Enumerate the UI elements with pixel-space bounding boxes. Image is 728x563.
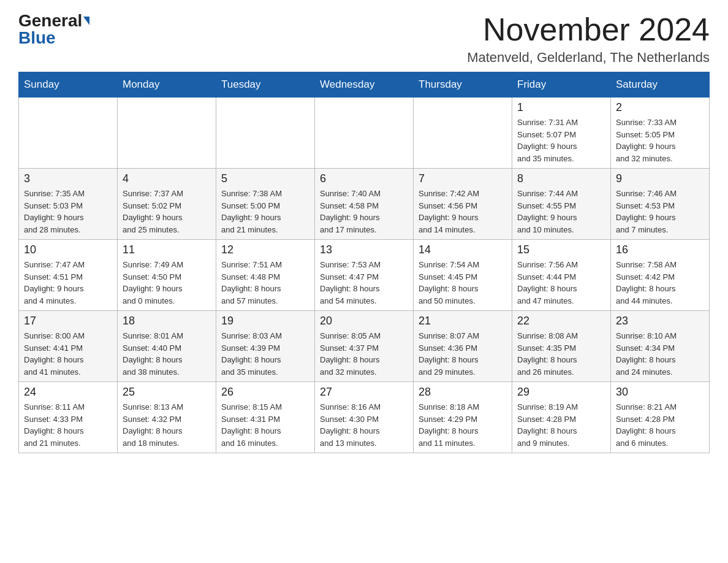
- logo-general: General: [18, 12, 82, 29]
- calendar-header-tuesday: Tuesday: [216, 72, 315, 98]
- calendar-header-sunday: Sunday: [19, 72, 118, 98]
- day-number: 14: [419, 243, 507, 256]
- calendar-week-row: 24Sunrise: 8:11 AMSunset: 4:33 PMDayligh…: [19, 382, 710, 453]
- day-info: Sunrise: 8:07 AMSunset: 4:36 PMDaylight:…: [419, 330, 507, 378]
- calendar-cell: 24Sunrise: 8:11 AMSunset: 4:33 PMDayligh…: [19, 382, 118, 453]
- calendar-week-row: 1Sunrise: 7:31 AMSunset: 5:07 PMDaylight…: [19, 98, 710, 169]
- calendar-header-thursday: Thursday: [414, 72, 512, 98]
- calendar-cell: 21Sunrise: 8:07 AMSunset: 4:36 PMDayligh…: [414, 311, 512, 382]
- day-number: 29: [517, 386, 605, 399]
- day-info: Sunrise: 7:54 AMSunset: 4:45 PMDaylight:…: [419, 259, 507, 307]
- location-title: Matenveld, Gelderland, The Netherlands: [467, 50, 710, 66]
- day-info: Sunrise: 7:53 AMSunset: 4:47 PMDaylight:…: [320, 259, 408, 307]
- day-number: 22: [517, 315, 605, 327]
- day-info: Sunrise: 7:49 AMSunset: 4:50 PMDaylight:…: [123, 259, 211, 307]
- day-info: Sunrise: 7:38 AMSunset: 5:00 PMDaylight:…: [221, 188, 309, 236]
- day-number: 19: [221, 315, 309, 327]
- day-number: 4: [123, 172, 211, 185]
- day-number: 17: [24, 315, 112, 327]
- day-number: 6: [320, 172, 408, 185]
- day-number: 10: [24, 243, 112, 256]
- title-block: November 2024 Matenveld, Gelderland, The…: [467, 12, 710, 66]
- day-number: 11: [123, 243, 211, 256]
- calendar-cell: 27Sunrise: 8:16 AMSunset: 4:30 PMDayligh…: [315, 382, 414, 453]
- logo-blue: Blue: [18, 29, 56, 47]
- day-info: Sunrise: 8:11 AMSunset: 4:33 PMDaylight:…: [24, 401, 112, 449]
- day-number: 16: [616, 243, 704, 256]
- day-number: 1: [517, 101, 605, 114]
- calendar-cell: 13Sunrise: 7:53 AMSunset: 4:47 PMDayligh…: [315, 240, 414, 311]
- day-number: 7: [419, 172, 507, 185]
- calendar-cell: 26Sunrise: 8:15 AMSunset: 4:31 PMDayligh…: [216, 382, 315, 453]
- calendar-cell: 23Sunrise: 8:10 AMSunset: 4:34 PMDayligh…: [611, 311, 710, 382]
- logo: General Blue: [18, 12, 89, 47]
- day-number: 24: [24, 386, 112, 399]
- day-info: Sunrise: 7:33 AMSunset: 5:05 PMDaylight:…: [616, 117, 704, 164]
- calendar-cell: 25Sunrise: 8:13 AMSunset: 4:32 PMDayligh…: [118, 382, 216, 453]
- day-info: Sunrise: 8:05 AMSunset: 4:37 PMDaylight:…: [320, 330, 408, 378]
- calendar-cell: 28Sunrise: 8:18 AMSunset: 4:29 PMDayligh…: [414, 382, 512, 453]
- calendar-week-row: 10Sunrise: 7:47 AMSunset: 4:51 PMDayligh…: [19, 240, 710, 311]
- calendar-header-friday: Friday: [512, 72, 611, 98]
- calendar-cell: [216, 98, 315, 169]
- day-number: 3: [24, 172, 112, 185]
- day-number: 23: [616, 315, 704, 327]
- day-number: 5: [221, 172, 309, 185]
- day-info: Sunrise: 8:08 AMSunset: 4:35 PMDaylight:…: [517, 330, 605, 378]
- calendar-cell: 5Sunrise: 7:38 AMSunset: 5:00 PMDaylight…: [216, 169, 315, 240]
- calendar-cell: 16Sunrise: 7:58 AMSunset: 4:42 PMDayligh…: [611, 240, 710, 311]
- calendar-cell: 14Sunrise: 7:54 AMSunset: 4:45 PMDayligh…: [414, 240, 512, 311]
- day-number: 2: [616, 101, 704, 114]
- calendar-week-row: 3Sunrise: 7:35 AMSunset: 5:03 PMDaylight…: [19, 169, 710, 240]
- day-info: Sunrise: 7:40 AMSunset: 4:58 PMDaylight:…: [320, 188, 408, 236]
- calendar-cell: 12Sunrise: 7:51 AMSunset: 4:48 PMDayligh…: [216, 240, 315, 311]
- day-info: Sunrise: 8:15 AMSunset: 4:31 PMDaylight:…: [221, 401, 309, 449]
- month-title: November 2024: [467, 12, 710, 47]
- calendar-cell: 29Sunrise: 8:19 AMSunset: 4:28 PMDayligh…: [512, 382, 611, 453]
- day-info: Sunrise: 8:00 AMSunset: 4:41 PMDaylight:…: [24, 330, 112, 378]
- day-number: 8: [517, 172, 605, 185]
- calendar-cell: [118, 98, 216, 169]
- calendar-header-row: SundayMondayTuesdayWednesdayThursdayFrid…: [19, 72, 710, 98]
- day-number: 25: [123, 386, 211, 399]
- calendar-cell: 6Sunrise: 7:40 AMSunset: 4:58 PMDaylight…: [315, 169, 414, 240]
- day-info: Sunrise: 7:58 AMSunset: 4:42 PMDaylight:…: [616, 259, 704, 307]
- calendar-cell: 20Sunrise: 8:05 AMSunset: 4:37 PMDayligh…: [315, 311, 414, 382]
- calendar-cell: 8Sunrise: 7:44 AMSunset: 4:55 PMDaylight…: [512, 169, 611, 240]
- calendar-cell: 15Sunrise: 7:56 AMSunset: 4:44 PMDayligh…: [512, 240, 611, 311]
- logo-triangle-icon: [83, 17, 89, 25]
- day-info: Sunrise: 7:42 AMSunset: 4:56 PMDaylight:…: [419, 188, 507, 236]
- day-info: Sunrise: 7:56 AMSunset: 4:44 PMDaylight:…: [517, 259, 605, 307]
- calendar-header-wednesday: Wednesday: [315, 72, 414, 98]
- calendar-cell: 11Sunrise: 7:49 AMSunset: 4:50 PMDayligh…: [118, 240, 216, 311]
- day-number: 20: [320, 315, 408, 327]
- calendar-cell: 2Sunrise: 7:33 AMSunset: 5:05 PMDaylight…: [611, 98, 710, 169]
- day-number: 27: [320, 386, 408, 399]
- day-info: Sunrise: 8:13 AMSunset: 4:32 PMDaylight:…: [123, 401, 211, 449]
- calendar-table: SundayMondayTuesdayWednesdayThursdayFrid…: [18, 72, 710, 453]
- calendar-cell: 4Sunrise: 7:37 AMSunset: 5:02 PMDaylight…: [118, 169, 216, 240]
- day-number: 21: [419, 315, 507, 327]
- calendar-cell: [414, 98, 512, 169]
- day-info: Sunrise: 7:46 AMSunset: 4:53 PMDaylight:…: [616, 188, 704, 236]
- calendar-cell: 1Sunrise: 7:31 AMSunset: 5:07 PMDaylight…: [512, 98, 611, 169]
- calendar-cell: 18Sunrise: 8:01 AMSunset: 4:40 PMDayligh…: [118, 311, 216, 382]
- calendar-cell: 22Sunrise: 8:08 AMSunset: 4:35 PMDayligh…: [512, 311, 611, 382]
- day-info: Sunrise: 8:10 AMSunset: 4:34 PMDaylight:…: [616, 330, 704, 378]
- day-info: Sunrise: 8:01 AMSunset: 4:40 PMDaylight:…: [123, 330, 211, 378]
- day-number: 9: [616, 172, 704, 185]
- day-number: 28: [419, 386, 507, 399]
- day-info: Sunrise: 7:31 AMSunset: 5:07 PMDaylight:…: [517, 117, 605, 164]
- calendar-week-row: 17Sunrise: 8:00 AMSunset: 4:41 PMDayligh…: [19, 311, 710, 382]
- calendar-cell: 10Sunrise: 7:47 AMSunset: 4:51 PMDayligh…: [19, 240, 118, 311]
- day-number: 30: [616, 386, 704, 399]
- day-number: 18: [123, 315, 211, 327]
- day-info: Sunrise: 7:51 AMSunset: 4:48 PMDaylight:…: [221, 259, 309, 307]
- day-number: 12: [221, 243, 309, 256]
- day-number: 26: [221, 386, 309, 399]
- calendar-cell: [315, 98, 414, 169]
- calendar-header-saturday: Saturday: [611, 72, 710, 98]
- day-info: Sunrise: 7:35 AMSunset: 5:03 PMDaylight:…: [24, 188, 112, 236]
- day-info: Sunrise: 7:37 AMSunset: 5:02 PMDaylight:…: [123, 188, 211, 236]
- page-header: General Blue November 2024 Matenveld, Ge…: [18, 12, 710, 66]
